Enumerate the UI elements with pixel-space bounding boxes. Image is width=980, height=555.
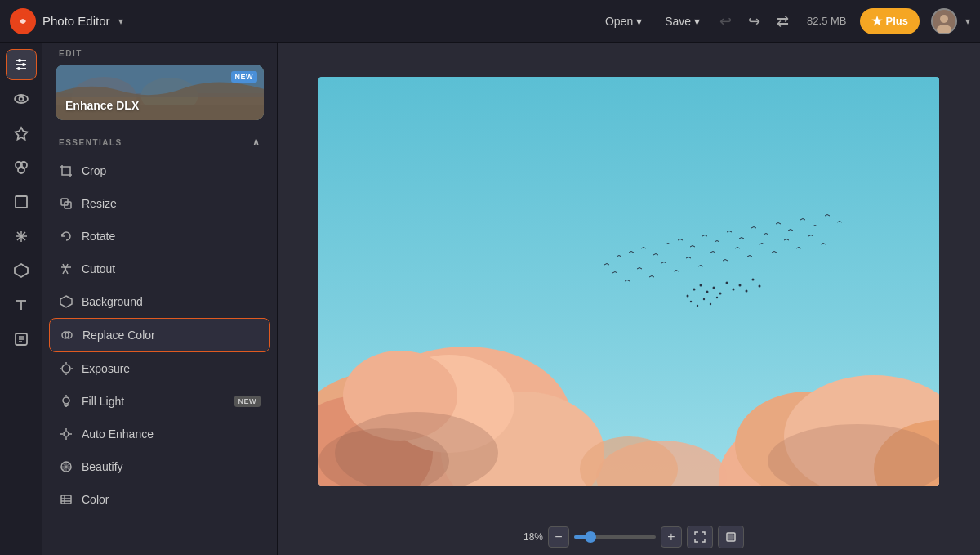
sidebar-item-replace-color[interactable]: Replace Color bbox=[49, 318, 270, 352]
svg-point-9 bbox=[17, 67, 20, 70]
rail-textures-button[interactable] bbox=[6, 255, 37, 286]
svg-point-86 bbox=[739, 284, 742, 286]
sidebar-item-background-label: Background bbox=[82, 295, 261, 308]
svg-point-78 bbox=[693, 288, 696, 290]
svg-rect-16 bbox=[16, 196, 27, 208]
sidebar-item-auto-enhance-label: Auto Enhance bbox=[82, 427, 261, 441]
main-content: EDIT Enhance DLX NEW ESSENTIALS ∧ bbox=[0, 43, 980, 555]
rail-text-button[interactable] bbox=[6, 289, 37, 320]
svg-point-5 bbox=[18, 59, 21, 62]
color-icon bbox=[59, 492, 74, 507]
resize-icon bbox=[59, 196, 74, 211]
enhance-card-badge: NEW bbox=[231, 71, 258, 83]
edit-label: EDIT bbox=[42, 43, 277, 65]
svg-point-38 bbox=[62, 365, 70, 373]
sidebar: EDIT Enhance DLX NEW ESSENTIALS ∧ bbox=[42, 43, 278, 555]
zoom-slider[interactable] bbox=[574, 535, 656, 539]
undo-button[interactable]: ↩ bbox=[715, 9, 737, 34]
save-button[interactable]: Save ▾ bbox=[657, 10, 708, 33]
photo-canvas bbox=[318, 77, 939, 486]
svg-point-79 bbox=[700, 284, 702, 286]
canvas-area: 18% − + bbox=[278, 43, 980, 555]
sidebar-item-cutout[interactable]: Cutout bbox=[42, 253, 277, 285]
exposure-icon bbox=[59, 361, 74, 376]
auto-enhance-icon bbox=[59, 427, 74, 441]
essentials-label: ESSENTIALS ∧ bbox=[42, 130, 277, 154]
zoom-in-button[interactable]: + bbox=[661, 526, 682, 548]
sidebar-item-resize[interactable]: Resize bbox=[42, 187, 277, 220]
svg-rect-96 bbox=[728, 535, 733, 539]
canvas-container[interactable] bbox=[278, 43, 980, 519]
sidebar-item-replace-color-label: Replace Color bbox=[82, 329, 260, 342]
svg-point-10 bbox=[15, 95, 28, 103]
sidebar-item-auto-enhance[interactable]: Auto Enhance bbox=[42, 418, 277, 450]
svg-marker-12 bbox=[15, 128, 27, 140]
svg-point-81 bbox=[687, 294, 689, 297]
crop-icon bbox=[59, 163, 74, 178]
replace-color-icon bbox=[60, 328, 74, 342]
zoom-slider-track[interactable] bbox=[574, 535, 656, 539]
fit-screen-button[interactable] bbox=[718, 526, 744, 548]
redo-button[interactable]: ↪ bbox=[743, 9, 765, 34]
sidebar-item-color-label: Color bbox=[82, 493, 261, 506]
svg-point-43 bbox=[63, 397, 69, 404]
svg-point-2 bbox=[940, 15, 948, 23]
svg-point-11 bbox=[19, 97, 23, 101]
svg-point-88 bbox=[752, 278, 755, 280]
rail-overlays-button[interactable] bbox=[6, 152, 37, 183]
sidebar-list: Crop Resize Rotate bbox=[42, 154, 277, 555]
app-title: Photo Editor bbox=[42, 14, 110, 28]
sidebar-item-background[interactable]: Background bbox=[42, 285, 277, 318]
avatar-chevron[interactable]: ▾ bbox=[965, 16, 970, 27]
sidebar-item-crop-label: Crop bbox=[82, 164, 261, 177]
fill-light-icon bbox=[59, 394, 74, 409]
svg-rect-56 bbox=[61, 495, 71, 504]
sidebar-item-rotate[interactable]: Rotate bbox=[42, 220, 277, 253]
zoom-out-button[interactable]: − bbox=[548, 526, 569, 548]
sidebar-item-beautify-label: Beautify bbox=[82, 460, 261, 473]
flip-button[interactable]: ⇄ bbox=[772, 9, 794, 34]
cutout-icon bbox=[59, 262, 74, 276]
svg-marker-17 bbox=[15, 264, 28, 277]
svg-point-91 bbox=[697, 304, 698, 306]
sidebar-item-resize-label: Resize bbox=[82, 197, 261, 210]
sidebar-item-fill-light[interactable]: Fill Light NEW bbox=[42, 385, 277, 418]
beautify-icon bbox=[59, 459, 74, 474]
sidebar-item-cutout-label: Cutout bbox=[82, 262, 261, 275]
title-chevron[interactable]: ▾ bbox=[118, 16, 123, 27]
svg-point-92 bbox=[703, 298, 705, 299]
canvas-bottom: 18% − + bbox=[278, 519, 980, 555]
rail-view-button[interactable] bbox=[6, 83, 37, 114]
fullscreen-button[interactable] bbox=[687, 526, 713, 548]
svg-point-84 bbox=[726, 281, 728, 284]
rail-draw-button[interactable] bbox=[6, 324, 37, 355]
rotate-icon bbox=[59, 229, 74, 244]
sidebar-item-color[interactable]: Color bbox=[42, 483, 277, 516]
sidebar-item-beautify[interactable]: Beautify bbox=[42, 450, 277, 483]
enhance-dlx-card[interactable]: Enhance DLX NEW bbox=[56, 65, 264, 120]
open-button[interactable]: Open ▾ bbox=[597, 10, 650, 33]
memory-usage: 82.5 MB bbox=[807, 15, 846, 27]
avatar[interactable] bbox=[931, 8, 957, 34]
svg-point-82 bbox=[713, 286, 715, 289]
plus-button[interactable]: ★ Plus bbox=[860, 8, 920, 34]
topbar: Photo Editor ▾ Open ▾ Save ▾ ↩ ↪ ⇄ 82.5 … bbox=[0, 0, 980, 43]
rail-frames-button[interactable] bbox=[6, 186, 37, 217]
zoom-slider-thumb[interactable] bbox=[585, 531, 596, 543]
svg-point-7 bbox=[22, 63, 25, 66]
svg-point-89 bbox=[759, 284, 761, 287]
essentials-chevron[interactable]: ∧ bbox=[252, 137, 261, 148]
svg-marker-35 bbox=[60, 296, 72, 307]
app-logo[interactable] bbox=[10, 8, 36, 34]
sidebar-item-exposure-label: Exposure bbox=[82, 362, 261, 375]
sidebar-item-exposure[interactable]: Exposure bbox=[42, 352, 277, 385]
sidebar-item-crop[interactable]: Crop bbox=[42, 154, 277, 187]
svg-point-93 bbox=[710, 302, 711, 304]
svg-point-80 bbox=[706, 290, 709, 293]
zoom-percent: 18% bbox=[514, 531, 543, 543]
sidebar-item-fill-light-label: Fill Light bbox=[82, 395, 226, 408]
rail-favorites-button[interactable] bbox=[6, 118, 37, 149]
rail-adjust-button[interactable] bbox=[6, 49, 37, 80]
rail-effects-button[interactable] bbox=[6, 221, 37, 252]
fill-light-badge: NEW bbox=[234, 396, 261, 407]
